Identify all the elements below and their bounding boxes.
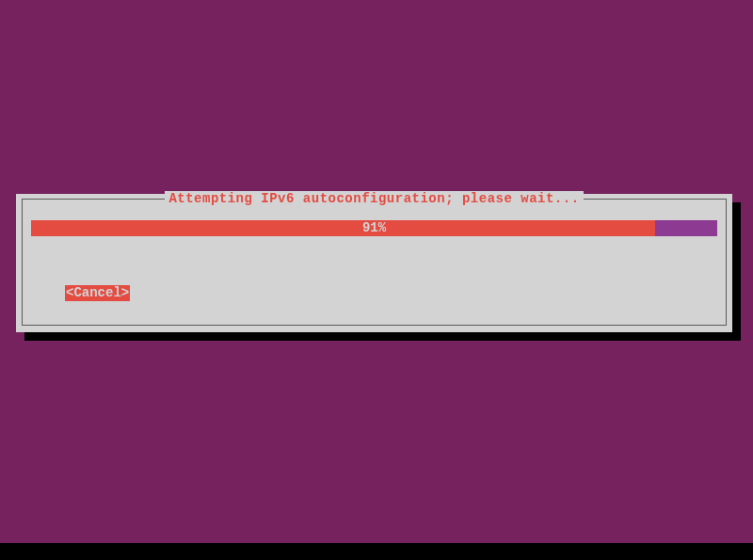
dialog-title: Attempting IPv6 autoconfiguration; pleas… (165, 191, 583, 206)
cancel-button[interactable]: <Cancel> (65, 285, 130, 301)
progress-bar: 91% (31, 220, 717, 236)
dialog-title-wrap: Attempting IPv6 autoconfiguration; pleas… (23, 191, 726, 206)
progress-bar-text: 91% (31, 220, 717, 236)
bottom-strip (0, 543, 753, 560)
dialog-inner-box: Attempting IPv6 autoconfiguration; pleas… (22, 199, 727, 326)
progress-dialog: Attempting IPv6 autoconfiguration; pleas… (16, 194, 732, 332)
